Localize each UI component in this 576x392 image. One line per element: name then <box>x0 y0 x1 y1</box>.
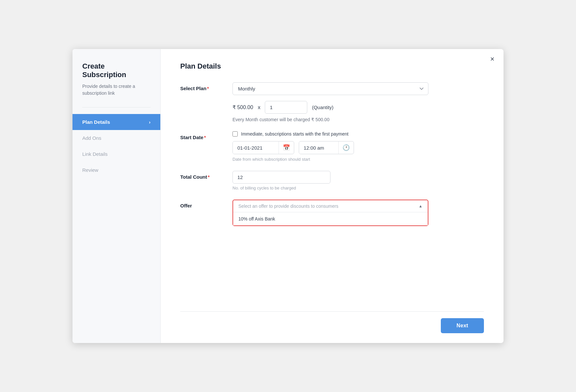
total-count-row: Total Count* No. of billing cycles to be… <box>180 171 484 190</box>
modal-footer: Next <box>180 311 484 333</box>
total-count-required: * <box>208 174 210 180</box>
close-button[interactable]: × <box>490 56 494 63</box>
date-input[interactable] <box>233 142 279 154</box>
plan-select[interactable]: Monthly Yearly Weekly <box>232 82 428 95</box>
quantity-input[interactable] <box>265 101 307 114</box>
time-input[interactable] <box>299 142 338 154</box>
chevron-up-icon: ▲ <box>419 204 423 208</box>
next-button[interactable]: Next <box>441 318 484 333</box>
offer-row: Offer Select an offer to provide discoun… <box>180 200 484 226</box>
select-plan-required: * <box>207 86 209 91</box>
total-count-control: No. of billing cycles to be charged <box>232 171 484 190</box>
offer-select-box[interactable]: Select an offer to provide discounts to … <box>233 200 428 212</box>
sidebar-title: Create Subscription <box>72 62 160 83</box>
quantity-label: (Quantity) <box>312 105 333 110</box>
form-body: Select Plan* Monthly Yearly Weekly ₹ 500… <box>180 82 484 305</box>
date-input-wrap: 📅 <box>232 141 294 154</box>
chevron-right-icon: › <box>149 119 151 125</box>
sidebar-nav: Plan Details › Add Ons Link Details Revi… <box>72 114 160 178</box>
sidebar-item-add-ons-label: Add Ons <box>82 135 101 141</box>
immediate-label: Immediate, subscriptions starts with the… <box>241 131 348 137</box>
sidebar-subtitle: Provide details to create a subscription… <box>72 83 160 107</box>
price-display: ₹ 500.00 <box>232 104 253 110</box>
start-date-row: Start Date* Immediate, subscriptions sta… <box>180 131 484 162</box>
sidebar: Create Subscription Provide details to c… <box>72 49 161 343</box>
sidebar-item-review-label: Review <box>82 167 98 173</box>
datetime-row: 📅 🕐 <box>232 141 484 154</box>
count-hint: No. of billing cycles to be charged <box>232 186 484 190</box>
total-count-input[interactable] <box>232 171 330 184</box>
time-input-wrap: 🕐 <box>299 141 354 154</box>
modal-container: Create Subscription Provide details to c… <box>72 49 504 343</box>
charge-info: Every Month customer will be charged ₹ 5… <box>232 117 484 122</box>
multiply-sign: x <box>258 105 260 110</box>
date-hint: Date from which subscription should star… <box>232 157 484 162</box>
main-content: × Plan Details Select Plan* Monthly Year… <box>161 49 504 343</box>
sidebar-item-link-details[interactable]: Link Details <box>72 146 160 162</box>
offer-option-1[interactable]: 10% off Axis Bank <box>233 212 428 225</box>
start-date-label: Start Date* <box>180 131 232 140</box>
sidebar-item-link-details-label: Link Details <box>82 151 108 157</box>
offer-dropdown-list: 10% off Axis Bank <box>233 212 428 225</box>
immediate-checkbox-row: Immediate, subscriptions starts with the… <box>232 131 484 137</box>
sidebar-item-add-ons[interactable]: Add Ons <box>72 130 160 146</box>
page-title: Plan Details <box>180 62 484 71</box>
clock-icon[interactable]: 🕐 <box>338 141 354 154</box>
calendar-icon[interactable]: 📅 <box>279 141 294 154</box>
offer-dropdown-wrap: Select an offer to provide discounts to … <box>232 200 428 226</box>
start-date-required: * <box>204 135 206 140</box>
offer-control: Select an offer to provide discounts to … <box>232 200 484 226</box>
offer-label: Offer <box>180 200 232 208</box>
total-count-label: Total Count* <box>180 171 232 180</box>
select-plan-row: Select Plan* Monthly Yearly Weekly ₹ 500… <box>180 82 484 122</box>
offer-placeholder: Select an offer to provide discounts to … <box>238 204 338 209</box>
sidebar-item-review[interactable]: Review <box>72 162 160 178</box>
start-date-control: Immediate, subscriptions starts with the… <box>232 131 484 162</box>
select-plan-label: Select Plan* <box>180 82 232 91</box>
select-plan-control: Monthly Yearly Weekly ₹ 500.00 x (Quanti… <box>232 82 484 122</box>
sidebar-item-plan-details-label: Plan Details <box>82 119 110 125</box>
sidebar-item-plan-details[interactable]: Plan Details › <box>72 114 160 130</box>
immediate-checkbox[interactable] <box>232 131 238 137</box>
